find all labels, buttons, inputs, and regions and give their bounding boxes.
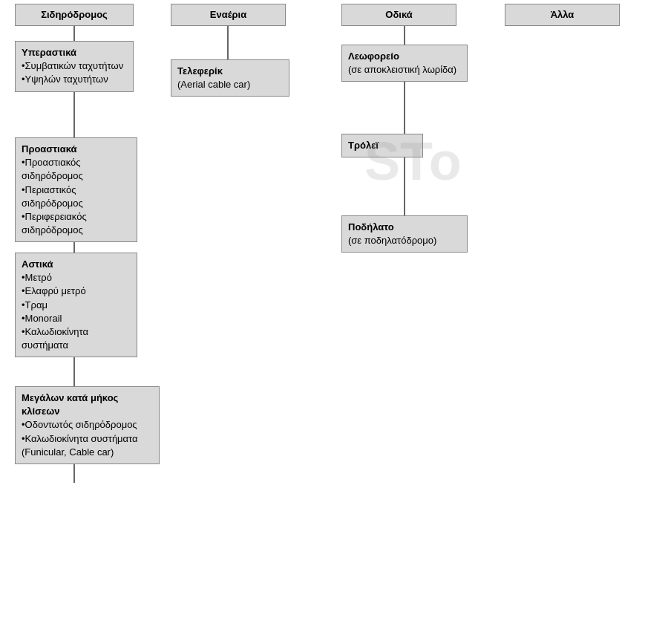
box-trolley-title: Τρόλεϊ <box>348 139 416 152</box>
box-yperastika: Υπεραστικά •Συμβατικών ταχυτήτων•Υψηλών … <box>15 41 134 92</box>
box-proastiaka: Προαστιακά •Προαστιακός σιδηρόδρομος•Περ… <box>15 137 137 242</box>
box-astika: Αστικά •Μετρό•Ελαφρύ μετρό•Τραμ•Monorail… <box>15 253 137 357</box>
col4-header: Άλλα <box>505 4 620 26</box>
box-podilato-title: Ποδήλατο <box>348 221 461 234</box>
box-proastiaka-items: •Προαστιακός σιδηρόδρομος•Περιαστικός σι… <box>22 156 131 237</box>
col2-header: Εναέρια <box>171 4 286 26</box>
box-leoforeio: Λεωφορείο (σε αποκλειστική λωρίδα) <box>341 45 468 82</box>
box-leoforeio-subtitle: (σε αποκλειστική λωρίδα) <box>348 63 461 77</box>
box-yperastika-title: Υπεραστικά <box>22 46 127 59</box>
diagram-container: Σιδηρόδρομος Εναέρια Οδικά Άλλα Υπεραστι… <box>0 0 645 644</box>
box-podilato: Ποδήλατο (σε ποδηλατόδρομο) <box>341 215 468 253</box>
box-megalon: Μεγάλων κατά μήκος κλίσεων •Οδοντωτός σι… <box>15 386 160 464</box>
box-teleferic-subtitle: (Aerial cable car) <box>177 78 283 91</box>
col1-header: Σιδηρόδρομος <box>15 4 134 26</box>
box-megalon-title: Μεγάλων κατά μήκος κλίσεων <box>22 391 153 418</box>
box-teleferic: Τελεφερίκ (Aerial cable car) <box>171 59 289 97</box>
box-podilato-subtitle: (σε ποδηλατόδρομο) <box>348 234 461 247</box>
box-trolley: Τρόλεϊ <box>341 134 423 157</box>
col3-header: Οδικά <box>341 4 456 26</box>
box-astika-title: Αστικά <box>22 258 131 271</box>
box-megalon-items: •Οδοντωτός σιδηρόδρομος•Καλωδιοκίνητα συ… <box>22 418 153 459</box>
box-teleferic-title: Τελεφερίκ <box>177 65 283 78</box>
box-leoforeio-title: Λεωφορείο <box>348 50 461 63</box>
box-proastiaka-title: Προαστιακά <box>22 143 131 156</box>
box-astika-items: •Μετρό•Ελαφρύ μετρό•Τραμ•Monorail•Καλωδι… <box>22 271 131 352</box>
box-yperastika-items: •Συμβατικών ταχυτήτων•Υψηλών ταχυτήτων <box>22 59 127 86</box>
